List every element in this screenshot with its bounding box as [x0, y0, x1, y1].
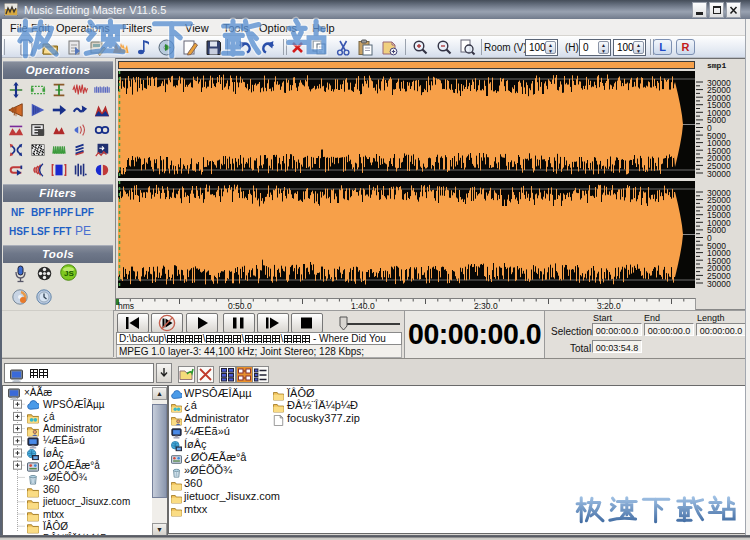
svg-text:JS: JS	[64, 269, 74, 278]
